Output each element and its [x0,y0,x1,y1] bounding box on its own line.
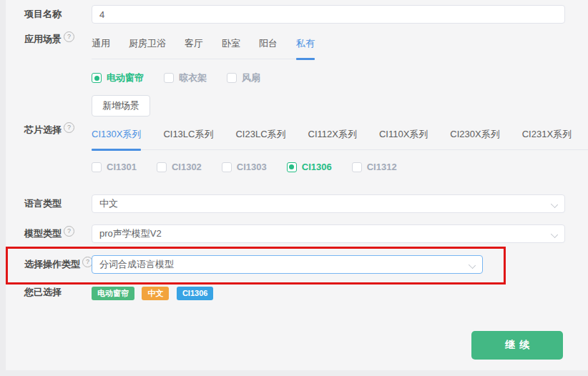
scene-option-curtain[interactable]: 电动窗帘 [92,71,144,84]
chevron-down-icon [551,201,558,208]
scene-label: 应用场景 ? [24,33,92,46]
language-label-text: 语言类型 [24,197,62,210]
project-name-value: 4 [99,9,104,20]
checkbox-checked-icon [287,162,297,172]
scene-tabbar: 通用 厨房卫浴 客厅 卧室 阳台 私有 [92,33,315,59]
checkbox-unchecked-icon [352,162,362,172]
selected-summary-row: 您已选择 电动窗帘 中文 CI1306 [24,286,565,300]
scene-add-row: 新增场景 [24,95,565,117]
operation-type-row: 选择操作类型 ? 分词合成语言模型 [24,255,565,274]
chip-tab-ci13lc[interactable]: CI13LC系列 [163,124,213,149]
chip-tabbar: CI130X系列 CI13LC系列 CI23LC系列 CI112X系列 CI11… [92,124,588,150]
checkbox-checked-icon [92,73,102,83]
scene-options-row: 电动窗帘 晾衣架 风扇 [24,71,565,84]
chevron-down-icon [551,231,558,238]
scene-option-drying-rack-label: 晾衣架 [179,71,207,84]
chip-option-ci1303[interactable]: CI1303 [222,162,267,172]
add-scene-button[interactable]: 新增场景 [92,95,150,117]
tag-chip: CI1306 [177,287,213,300]
scene-option-fan-label: 风扇 [242,71,260,84]
model-help-icon[interactable]: ? [64,226,74,237]
chip-option-ci1301-label: CI1301 [107,162,137,172]
project-name-label-text: 项目名称 [24,8,62,21]
chip-row: 芯片选择 ? CI130X系列 CI13LC系列 CI23LC系列 CI112X… [24,124,565,150]
language-select[interactable]: 中文 [92,194,565,213]
chip-tab-ci230x[interactable]: CI230X系列 [450,124,499,149]
scene-tab-private[interactable]: 私有 [296,33,315,59]
operation-label-text: 选择操作类型 [24,258,80,271]
tag-scene: 电动窗帘 [92,287,134,300]
chip-label: 芯片选择 ? [24,124,92,137]
bottom-edge-strip [0,370,588,376]
checkbox-unchecked-icon [92,162,102,172]
project-name-input[interactable]: 4 [92,5,565,24]
selected-tags-group: 电动窗帘 中文 CI1306 [92,286,565,300]
scene-label-text: 应用场景 [24,33,62,46]
checkbox-unchecked-icon [164,73,174,83]
scene-option-curtain-label: 电动窗帘 [107,71,144,84]
checkbox-unchecked-icon [157,162,167,172]
checkbox-unchecked-icon [222,162,232,172]
language-row: 语言类型 中文 [24,194,565,213]
scene-tab-bedroom[interactable]: 卧室 [222,33,240,59]
scene-help-icon[interactable]: ? [64,31,74,42]
chip-help-icon[interactable]: ? [64,122,74,133]
chip-option-ci1302[interactable]: CI1302 [157,162,202,172]
chip-option-ci1301[interactable]: CI1301 [92,162,137,172]
scene-option-drying-rack[interactable]: 晾衣架 [164,71,207,84]
checkbox-unchecked-icon [227,73,237,83]
project-name-row: 项目名称 4 [24,5,565,24]
chip-tab-ci23lc[interactable]: CI23LC系列 [235,124,285,149]
chip-label-text: 芯片选择 [24,124,62,137]
chip-option-ci1312[interactable]: CI1312 [352,162,397,172]
operation-label: 选择操作类型 ? [24,258,92,271]
chip-option-ci1306[interactable]: CI1306 [287,162,332,172]
tag-language: 中文 [142,287,169,300]
operation-select-value: 分词合成语言模型 [99,258,174,271]
chip-options-group: CI1301 CI1302 CI1303 CI1306 CI1312 [92,162,565,172]
scene-tab-kitchen-bath[interactable]: 厨房卫浴 [129,33,166,59]
scene-tab-living-room[interactable]: 客厅 [185,33,203,59]
scene-tab-balcony[interactable]: 阳台 [259,33,278,59]
chevron-down-icon [469,262,476,269]
scene-options-group: 电动窗帘 晾衣架 风扇 [92,71,565,84]
chip-tab-ci110x[interactable]: CI110X系列 [379,124,428,149]
chip-option-ci1302-label: CI1302 [172,162,202,172]
chip-tab-ci130x[interactable]: CI130X系列 [92,124,141,149]
left-edge-strip [0,0,6,376]
selected-label-text: 您已选择 [24,286,62,299]
continue-button[interactable]: 继续 [471,331,563,360]
model-label: 模型类型 ? [24,227,92,240]
project-name-label: 项目名称 [24,8,92,21]
chip-option-ci1312-label: CI1312 [367,162,397,172]
scene-tab-general[interactable]: 通用 [92,33,110,59]
chip-options-row: CI1301 CI1302 CI1303 CI1306 CI1312 [24,162,565,172]
operation-select[interactable]: 分词合成语言模型 [92,255,483,274]
language-select-value: 中文 [99,197,118,210]
model-select[interactable]: pro声学模型V2 [92,224,565,243]
chip-option-ci1306-label: CI1306 [302,162,332,172]
chip-option-ci1303-label: CI1303 [237,162,267,172]
chip-tab-ci231x[interactable]: CI231X系列 [522,124,572,149]
chip-tab-ci112x[interactable]: CI112X系列 [308,124,357,149]
scene-row: 应用场景 ? 通用 厨房卫浴 客厅 卧室 阳台 私有 [24,33,565,59]
model-row: 模型类型 ? pro声学模型V2 [24,224,565,243]
scene-option-fan[interactable]: 风扇 [227,71,260,84]
selected-label: 您已选择 [24,286,92,299]
model-label-text: 模型类型 [24,227,62,240]
language-label: 语言类型 [24,197,92,210]
model-select-value: pro声学模型V2 [99,227,162,240]
